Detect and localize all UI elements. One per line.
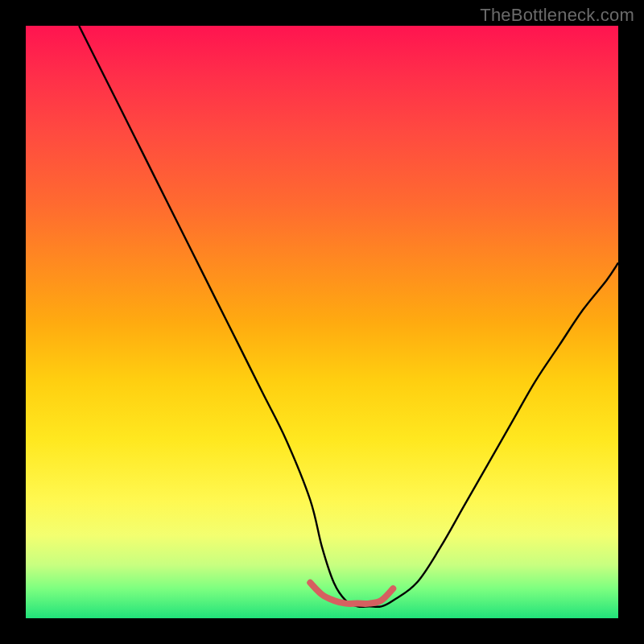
curve-layer: [26, 26, 618, 618]
plot-area: [26, 26, 618, 618]
chart-frame: TheBottleneck.com: [0, 0, 644, 644]
watermark-text: TheBottleneck.com: [480, 5, 634, 26]
optimal-range-highlight: [310, 583, 393, 604]
bottleneck-curve: [79, 26, 618, 607]
